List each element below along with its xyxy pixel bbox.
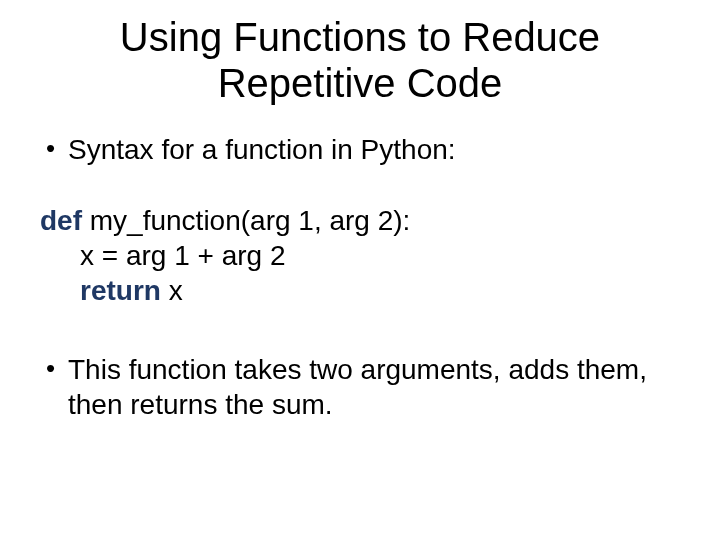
slide-title: Using Functions to Reduce Repetitive Cod…	[40, 14, 680, 106]
code-text: my_function(arg 1, arg 2):	[82, 205, 410, 236]
code-text: x	[161, 275, 183, 306]
code-example: def my_function(arg 1, arg 2): x = arg 1…	[40, 203, 680, 308]
bullet-item: This function takes two arguments, adds …	[40, 352, 680, 422]
code-line-return: return x	[40, 273, 680, 308]
code-line-body: x = arg 1 + arg 2	[40, 238, 680, 273]
slide: Using Functions to Reduce Repetitive Cod…	[0, 0, 720, 540]
bullet-list-top: Syntax for a function in Python:	[40, 132, 680, 167]
slide-body: Syntax for a function in Python: def my_…	[40, 132, 680, 422]
bullet-item: Syntax for a function in Python:	[40, 132, 680, 167]
bullet-list-bottom: This function takes two arguments, adds …	[40, 352, 680, 422]
keyword-def: def	[40, 205, 82, 236]
keyword-return: return	[80, 275, 161, 306]
code-line-def: def my_function(arg 1, arg 2):	[40, 203, 680, 238]
